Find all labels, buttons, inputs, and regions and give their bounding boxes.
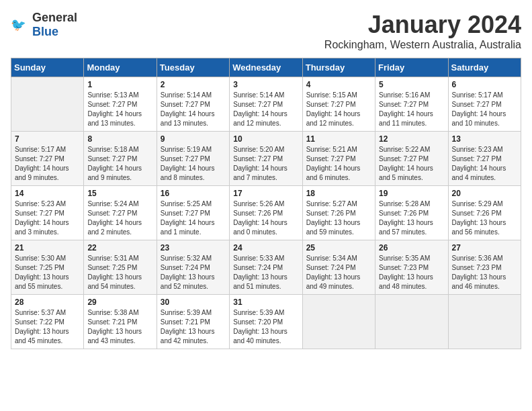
day-info: Sunrise: 5:36 AM Sunset: 7:23 PM Dayligh… <box>452 254 517 291</box>
calendar-cell: 26Sunrise: 5:35 AM Sunset: 7:23 PM Dayli… <box>375 240 448 295</box>
calendar-cell: 29Sunrise: 5:38 AM Sunset: 7:21 PM Dayli… <box>84 295 157 349</box>
day-info: Sunrise: 5:18 AM Sunset: 7:27 PM Dayligh… <box>87 145 152 183</box>
day-info: Sunrise: 5:16 AM Sunset: 7:27 PM Dayligh… <box>379 91 444 128</box>
day-number: 10 <box>233 134 298 144</box>
day-info: Sunrise: 5:24 AM Sunset: 7:27 PM Dayligh… <box>87 199 152 237</box>
day-number: 1 <box>87 80 152 89</box>
calendar-cell: 28Sunrise: 5:37 AM Sunset: 7:22 PM Dayli… <box>11 295 84 349</box>
header-saturday: Saturday <box>448 58 521 77</box>
calendar-cell: 30Sunrise: 5:39 AM Sunset: 7:21 PM Dayli… <box>157 295 229 349</box>
day-number: 15 <box>87 189 152 198</box>
day-info: Sunrise: 5:27 AM Sunset: 7:26 PM Dayligh… <box>306 199 371 237</box>
week-row-5: 28Sunrise: 5:37 AM Sunset: 7:22 PM Dayli… <box>11 295 521 349</box>
day-info: Sunrise: 5:30 AM Sunset: 7:25 PM Dayligh… <box>15 254 80 291</box>
calendar-cell <box>448 295 521 349</box>
day-info: Sunrise: 5:39 AM Sunset: 7:20 PM Dayligh… <box>233 308 298 346</box>
day-number: 2 <box>161 80 226 89</box>
calendar-cell: 25Sunrise: 5:34 AM Sunset: 7:24 PM Dayli… <box>302 240 375 295</box>
week-row-2: 7Sunrise: 5:17 AM Sunset: 7:27 PM Daylig… <box>11 132 521 186</box>
day-info: Sunrise: 5:14 AM Sunset: 7:27 PM Dayligh… <box>161 91 226 128</box>
day-info: Sunrise: 5:25 AM Sunset: 7:27 PM Dayligh… <box>161 199 226 237</box>
calendar-cell: 5Sunrise: 5:16 AM Sunset: 7:27 PM Daylig… <box>375 77 448 132</box>
day-number: 24 <box>233 243 298 253</box>
day-number: 5 <box>379 80 444 89</box>
calendar-table: SundayMondayTuesdayWednesdayThursdayFrid… <box>11 58 521 349</box>
header-friday: Friday <box>375 58 448 77</box>
day-info: Sunrise: 5:31 AM Sunset: 7:25 PM Dayligh… <box>87 254 152 291</box>
day-info: Sunrise: 5:23 AM Sunset: 7:27 PM Dayligh… <box>15 199 80 237</box>
day-info: Sunrise: 5:35 AM Sunset: 7:23 PM Dayligh… <box>379 254 444 291</box>
calendar-cell: 12Sunrise: 5:22 AM Sunset: 7:27 PM Dayli… <box>375 132 448 186</box>
day-number: 12 <box>379 134 444 144</box>
day-info: Sunrise: 5:13 AM Sunset: 7:27 PM Dayligh… <box>87 91 152 128</box>
day-info: Sunrise: 5:29 AM Sunset: 7:26 PM Dayligh… <box>452 199 517 237</box>
day-number: 3 <box>233 80 298 89</box>
week-row-3: 14Sunrise: 5:23 AM Sunset: 7:27 PM Dayli… <box>11 186 521 240</box>
calendar-cell: 16Sunrise: 5:25 AM Sunset: 7:27 PM Dayli… <box>157 186 229 240</box>
calendar-cell: 9Sunrise: 5:19 AM Sunset: 7:27 PM Daylig… <box>157 132 229 186</box>
header-sunday: Sunday <box>11 58 84 77</box>
day-info: Sunrise: 5:14 AM Sunset: 7:27 PM Dayligh… <box>233 91 298 128</box>
day-number: 27 <box>452 243 517 253</box>
day-info: Sunrise: 5:21 AM Sunset: 7:27 PM Dayligh… <box>306 145 371 183</box>
day-number: 14 <box>15 189 80 198</box>
day-number: 16 <box>161 189 226 198</box>
calendar-cell: 21Sunrise: 5:30 AM Sunset: 7:25 PM Dayli… <box>11 240 84 295</box>
page-header: 🐦 General Blue January 2024 Rockingham, … <box>11 11 521 51</box>
header-wednesday: Wednesday <box>230 58 302 77</box>
calendar-cell: 19Sunrise: 5:28 AM Sunset: 7:26 PM Dayli… <box>375 186 448 240</box>
day-info: Sunrise: 5:23 AM Sunset: 7:27 PM Dayligh… <box>452 145 517 183</box>
day-number: 25 <box>306 243 371 253</box>
calendar-cell: 2Sunrise: 5:14 AM Sunset: 7:27 PM Daylig… <box>157 77 229 132</box>
calendar-cell: 22Sunrise: 5:31 AM Sunset: 7:25 PM Dayli… <box>84 240 157 295</box>
calendar-cell: 7Sunrise: 5:17 AM Sunset: 7:27 PM Daylig… <box>11 132 84 186</box>
day-info: Sunrise: 5:17 AM Sunset: 7:27 PM Dayligh… <box>452 91 517 128</box>
calendar-cell: 15Sunrise: 5:24 AM Sunset: 7:27 PM Dayli… <box>84 186 157 240</box>
day-number: 6 <box>452 80 517 89</box>
calendar-cell: 8Sunrise: 5:18 AM Sunset: 7:27 PM Daylig… <box>84 132 157 186</box>
svg-text:🐦: 🐦 <box>11 17 26 32</box>
day-number: 19 <box>379 189 444 198</box>
calendar-cell: 20Sunrise: 5:29 AM Sunset: 7:26 PM Dayli… <box>448 186 521 240</box>
header-thursday: Thursday <box>302 58 375 77</box>
title-area: January 2024 Rockingham, Western Austral… <box>324 11 521 51</box>
day-info: Sunrise: 5:15 AM Sunset: 7:27 PM Dayligh… <box>306 91 371 128</box>
calendar-cell: 24Sunrise: 5:33 AM Sunset: 7:24 PM Dayli… <box>230 240 302 295</box>
calendar-cell: 1Sunrise: 5:13 AM Sunset: 7:27 PM Daylig… <box>84 77 157 132</box>
calendar-cell: 4Sunrise: 5:15 AM Sunset: 7:27 PM Daylig… <box>302 77 375 132</box>
day-info: Sunrise: 5:38 AM Sunset: 7:21 PM Dayligh… <box>87 308 152 346</box>
day-number: 18 <box>306 189 371 198</box>
day-number: 11 <box>306 134 371 144</box>
logo-general: General <box>32 11 77 24</box>
week-row-4: 21Sunrise: 5:30 AM Sunset: 7:25 PM Dayli… <box>11 240 521 295</box>
calendar-cell: 31Sunrise: 5:39 AM Sunset: 7:20 PM Dayli… <box>230 295 302 349</box>
day-number: 23 <box>161 243 226 253</box>
day-number: 26 <box>379 243 444 253</box>
day-number: 9 <box>161 134 226 144</box>
header-monday: Monday <box>84 58 157 77</box>
calendar-cell: 23Sunrise: 5:32 AM Sunset: 7:24 PM Dayli… <box>157 240 229 295</box>
day-info: Sunrise: 5:37 AM Sunset: 7:22 PM Dayligh… <box>15 308 80 346</box>
day-number: 31 <box>233 298 298 307</box>
day-number: 13 <box>452 134 517 144</box>
calendar-cell: 3Sunrise: 5:14 AM Sunset: 7:27 PM Daylig… <box>230 77 302 132</box>
day-info: Sunrise: 5:19 AM Sunset: 7:27 PM Dayligh… <box>161 145 226 183</box>
calendar-cell: 6Sunrise: 5:17 AM Sunset: 7:27 PM Daylig… <box>448 77 521 132</box>
month-title: January 2024 <box>324 11 521 39</box>
day-info: Sunrise: 5:17 AM Sunset: 7:27 PM Dayligh… <box>15 145 80 183</box>
day-info: Sunrise: 5:28 AM Sunset: 7:26 PM Dayligh… <box>379 199 444 237</box>
calendar-cell: 10Sunrise: 5:20 AM Sunset: 7:27 PM Dayli… <box>230 132 302 186</box>
day-info: Sunrise: 5:26 AM Sunset: 7:26 PM Dayligh… <box>233 199 298 237</box>
day-info: Sunrise: 5:34 AM Sunset: 7:24 PM Dayligh… <box>306 254 371 291</box>
calendar-cell: 13Sunrise: 5:23 AM Sunset: 7:27 PM Dayli… <box>448 132 521 186</box>
day-info: Sunrise: 5:20 AM Sunset: 7:27 PM Dayligh… <box>233 145 298 183</box>
day-number: 28 <box>15 298 80 307</box>
day-number: 20 <box>452 189 517 198</box>
day-number: 17 <box>233 189 298 198</box>
day-number: 7 <box>15 134 80 144</box>
day-number: 30 <box>161 298 226 307</box>
day-info: Sunrise: 5:22 AM Sunset: 7:27 PM Dayligh… <box>379 145 444 183</box>
day-number: 4 <box>306 80 371 89</box>
day-number: 29 <box>87 298 152 307</box>
header-tuesday: Tuesday <box>157 58 229 77</box>
